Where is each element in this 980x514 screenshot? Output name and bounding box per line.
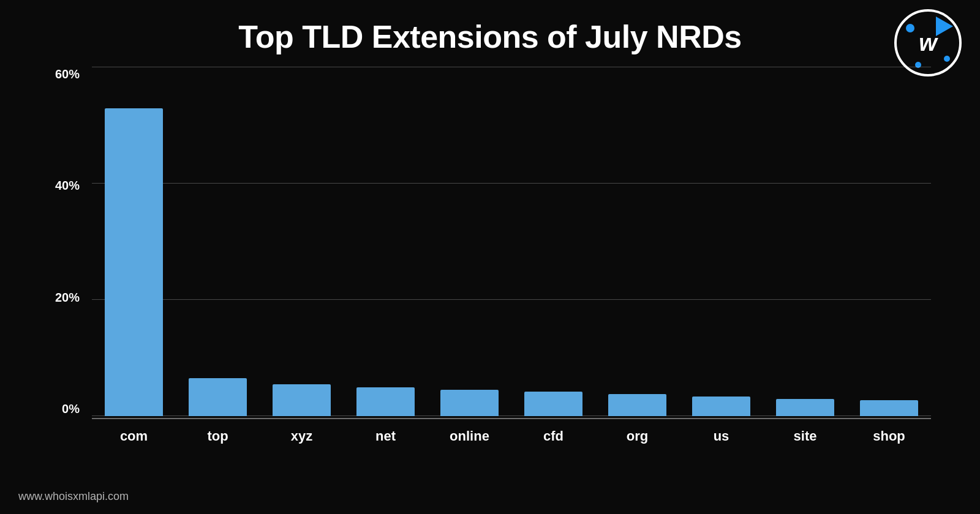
bar-group-cfd <box>511 67 595 416</box>
x-label-net: net <box>344 419 428 453</box>
x-label-online: online <box>428 419 511 453</box>
x-label-cfd: cfd <box>511 419 595 453</box>
x-axis-labels: com top xyz net online cfd org us site s… <box>92 419 931 453</box>
grid-bars-container <box>92 67 931 416</box>
watermark: www.whoisxmlapi.com <box>18 490 129 503</box>
bar-site <box>776 399 835 417</box>
x-label-site: site <box>763 419 847 453</box>
page: Top TLD Extensions of July NRDs w 60% 40… <box>0 0 980 514</box>
y-label-0: 0% <box>62 402 80 416</box>
chart-area: 60% 40% 20% 0% <box>49 67 931 453</box>
x-label-us: us <box>679 419 763 453</box>
logo-dot-3 <box>944 56 950 62</box>
y-axis: 60% 40% 20% 0% <box>49 67 86 416</box>
bar-cfd <box>524 392 583 416</box>
x-label-com: com <box>92 419 176 453</box>
x-label-xyz: xyz <box>260 419 344 453</box>
bar-group-net <box>344 67 428 416</box>
logo-play-icon <box>936 17 953 36</box>
bar-group-org <box>595 67 679 416</box>
y-label-40: 40% <box>55 179 80 193</box>
bar-online <box>440 390 499 416</box>
x-label-org: org <box>595 419 679 453</box>
bar-group-us <box>679 67 763 416</box>
chart-title: Top TLD Extensions of July NRDs <box>0 0 980 61</box>
bar-group-xyz <box>260 67 344 416</box>
bar-org <box>608 394 667 416</box>
bar-group-com <box>92 67 176 416</box>
bar-top <box>189 378 247 416</box>
bar-group-top <box>176 67 260 416</box>
bar-shop <box>860 400 919 416</box>
logo-letter: w <box>919 30 937 56</box>
bar-net <box>356 387 415 417</box>
bar-xyz <box>273 384 331 416</box>
bar-com <box>105 108 164 417</box>
bar-group-online <box>428 67 511 416</box>
x-label-top: top <box>176 419 260 453</box>
bars-container <box>92 67 931 416</box>
bar-us <box>692 397 751 416</box>
y-label-20: 20% <box>55 291 80 305</box>
y-label-60: 60% <box>55 67 80 81</box>
x-label-shop: shop <box>847 419 931 453</box>
bar-group-site <box>763 67 847 416</box>
logo-dot-1 <box>906 24 914 32</box>
bar-group-shop <box>847 67 931 416</box>
